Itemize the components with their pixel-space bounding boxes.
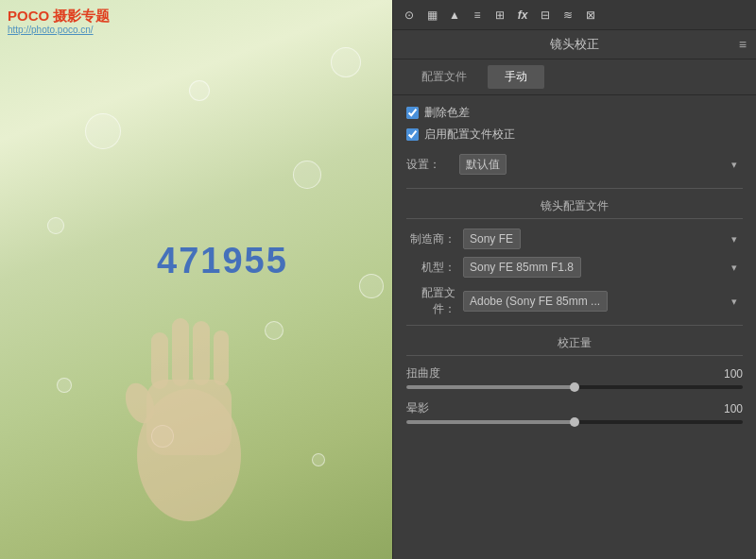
model-label: 机型： bbox=[406, 260, 455, 276]
checkbox-enable-profile[interactable]: 启用配置文件校正 bbox=[406, 127, 743, 143]
profile-select-wrapper: Adobe (Sony FE 85mm ... 其他 bbox=[463, 291, 743, 312]
svg-rect-2 bbox=[151, 332, 168, 389]
manufacturer-row: 制造商： Sony FE Canon Nikon Sigma bbox=[406, 229, 743, 249]
panel-title: 镜头校正 bbox=[550, 36, 599, 53]
tab-profile[interactable]: 配置文件 bbox=[404, 65, 484, 89]
model-row: 机型： Sony FE 85mm F1.8 Sony FE 50mm F1.8 bbox=[406, 257, 743, 278]
toolbar-icon-camera[interactable]: ⊠ bbox=[582, 7, 599, 24]
divider-1 bbox=[406, 188, 743, 189]
checkbox-enable-profile-label: 启用配置文件校正 bbox=[424, 127, 515, 143]
checkbox-group: 删除色差 启用配置文件校正 bbox=[406, 105, 743, 143]
vignetting-thumb[interactable] bbox=[570, 417, 579, 427]
toolbar-icon-grid[interactable]: ▦ bbox=[423, 7, 440, 24]
bokeh-bubble bbox=[359, 274, 384, 298]
panel-title-bar: 镜头校正 ≡ bbox=[393, 30, 756, 59]
toolbar-icon-detail[interactable]: ⊟ bbox=[537, 7, 554, 24]
bokeh-bubble bbox=[85, 113, 121, 149]
photo-panel: POCO 摄影专题 http://photo.poco.cn/ 471955 bbox=[0, 0, 392, 559]
vignetting-value: 100 bbox=[714, 402, 743, 415]
distortion-track bbox=[406, 385, 743, 389]
tab-row: 配置文件 手动 bbox=[393, 59, 756, 95]
checkbox-remove-aberration[interactable]: 删除色差 bbox=[406, 105, 743, 121]
distortion-thumb[interactable] bbox=[570, 382, 579, 392]
toolbar-icon-settings[interactable]: ⊙ bbox=[401, 7, 418, 24]
setting-row: 设置： 默认值 自定义 bbox=[406, 154, 743, 175]
checkbox-remove-aberration-input[interactable] bbox=[406, 107, 419, 119]
checkbox-remove-aberration-label: 删除色差 bbox=[424, 105, 470, 121]
toolbar-icon-fx[interactable]: fx bbox=[514, 7, 531, 24]
profile-row: 配置文件： Adobe (Sony FE 85mm ... 其他 bbox=[406, 285, 743, 317]
toolbar-icon-hsl[interactable]: ⊞ bbox=[491, 7, 508, 24]
watermark-number: 471955 bbox=[157, 241, 288, 281]
toolbar: ⊙ ▦ ▲ ≡ ⊞ fx ⊟ ≋ ⊠ bbox=[393, 0, 756, 30]
distortion-value: 100 bbox=[714, 367, 743, 381]
checkbox-enable-profile-input[interactable] bbox=[406, 128, 419, 141]
brand-name: POCO 摄影专题 bbox=[8, 8, 110, 24]
setting-select-wrapper: 默认值 自定义 bbox=[459, 154, 743, 175]
toolbar-icon-histogram[interactable]: ▲ bbox=[446, 7, 463, 24]
panel-menu-icon[interactable]: ≡ bbox=[739, 37, 747, 52]
toolbar-icon-lens[interactable]: ≋ bbox=[559, 7, 576, 24]
distortion-slider-header: 扭曲度 100 bbox=[406, 365, 743, 381]
tab-manual[interactable]: 手动 bbox=[488, 65, 544, 89]
setting-label: 设置： bbox=[406, 157, 452, 173]
profile-label: 配置文件： bbox=[406, 285, 455, 317]
toolbar-icon-list[interactable]: ≡ bbox=[469, 7, 486, 24]
svg-rect-5 bbox=[214, 330, 229, 385]
svg-rect-3 bbox=[172, 318, 189, 386]
watermark-logo: POCO 摄影专题 bbox=[8, 8, 110, 25]
correction-heading: 校正量 bbox=[406, 335, 743, 356]
distortion-fill bbox=[406, 385, 575, 389]
lens-profile-heading: 镜头配置文件 bbox=[406, 198, 743, 219]
vignetting-fill bbox=[406, 420, 575, 424]
watermark-url: http://photo.poco.cn/ bbox=[8, 25, 94, 35]
bokeh-bubble bbox=[189, 80, 210, 101]
setting-select[interactable]: 默认值 自定义 bbox=[459, 154, 507, 175]
svg-rect-1 bbox=[146, 380, 232, 455]
distortion-slider-row: 扭曲度 100 bbox=[406, 365, 743, 389]
model-select[interactable]: Sony FE 85mm F1.8 Sony FE 50mm F1.8 bbox=[463, 257, 581, 278]
profile-select[interactable]: Adobe (Sony FE 85mm ... 其他 bbox=[463, 291, 608, 312]
bokeh-bubble bbox=[293, 161, 321, 189]
vignetting-slider-row: 晕影 100 bbox=[406, 400, 743, 424]
right-panel: ⊙ ▦ ▲ ≡ ⊞ fx ⊟ ≋ ⊠ 镜头校正 ≡ 配置文件 手动 删除色差 启… bbox=[392, 0, 756, 559]
manufacturer-label: 制造商： bbox=[406, 231, 455, 247]
correction-section: 校正量 扭曲度 100 晕影 100 bbox=[406, 335, 743, 424]
vignetting-label: 晕影 bbox=[406, 400, 429, 416]
bokeh-bubble bbox=[331, 47, 361, 77]
manufacturer-select-wrapper: Sony FE Canon Nikon Sigma bbox=[463, 229, 743, 249]
model-select-wrapper: Sony FE 85mm F1.8 Sony FE 50mm F1.8 bbox=[463, 257, 743, 278]
distortion-label: 扭曲度 bbox=[406, 365, 440, 381]
svg-rect-4 bbox=[193, 321, 210, 385]
panel-content: 删除色差 启用配置文件校正 设置： 默认值 自定义 镜头配置文件 制造商： bbox=[393, 95, 756, 559]
divider-2 bbox=[406, 325, 743, 326]
vignetting-slider-header: 晕影 100 bbox=[406, 400, 743, 416]
vignetting-track bbox=[406, 420, 743, 424]
manufacturer-select[interactable]: Sony FE Canon Nikon Sigma bbox=[463, 229, 521, 249]
